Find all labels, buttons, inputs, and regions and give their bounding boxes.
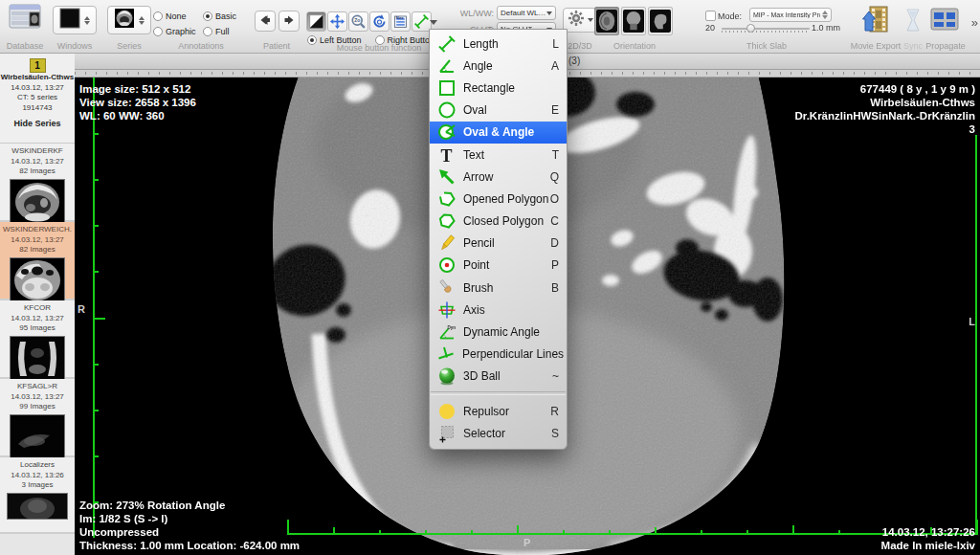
menu-item-dynamic-angle[interactable]: DynDynamic Angle: [430, 321, 567, 343]
menu-item-label: Perpendicular Lines: [462, 347, 564, 361]
menu-item-label: Arrow: [463, 170, 550, 184]
tool-menu-chevron-icon[interactable]: [430, 20, 437, 25]
menu-item-opened-polygon[interactable]: Opened PolygonO: [430, 188, 567, 210]
menu-item-arrow[interactable]: ArrowQ: [430, 166, 567, 188]
menu-item-oval-angle[interactable]: Oval & Angle: [430, 122, 567, 144]
annotations-radio-basic[interactable]: Basic: [203, 9, 245, 23]
menu-item-shortcut: S: [551, 427, 559, 440]
vertical-ruler-tick: [93, 179, 99, 181]
mouse-btn-wlww-tool[interactable]: [306, 11, 326, 32]
movie-export-button[interactable]: [859, 6, 892, 36]
projection-select[interactable]: MIP - Max Intensity Projection: [749, 8, 832, 22]
svg-text:Zo: Zo: [354, 17, 360, 23]
next-patient-button[interactable]: [278, 11, 300, 32]
propagate-button[interactable]: [928, 8, 961, 34]
series-count: 82 Images: [0, 245, 75, 255]
menu-item-shortcut: O: [550, 192, 559, 206]
series-name: KFSAGL>R: [0, 382, 75, 392]
annotations-label: Annotations: [155, 41, 247, 51]
series-thumbnail: [10, 257, 65, 303]
slab-thickness-value: 1.0 mm: [812, 23, 850, 33]
series-dropdown[interactable]: [107, 6, 151, 34]
menu-item-rectangle[interactable]: Rectangle: [430, 77, 567, 99]
toolbar-overflow-button[interactable]: »: [971, 15, 976, 30]
mouse-btn-zoom-tool[interactable]: Zo: [348, 11, 368, 32]
series-list: WSKINDERKF14.03.12, 13:2782 ImagesWSKIND…: [0, 144, 75, 534]
overlay-line: Zoom: 273% Rotation Angle: [79, 499, 300, 512]
vertical-ruler-major-tick: [93, 318, 105, 320]
menu-item-length[interactable]: LengthL: [430, 33, 567, 55]
orientation-coronal-button[interactable]: [621, 7, 646, 35]
horizontal-ruler-tick: [746, 530, 748, 535]
sagittal-view-icon: [650, 9, 671, 33]
menu-item-brush[interactable]: BrushB: [430, 277, 567, 299]
series-item-kfcor[interactable]: KFCOR14.03.12, 13:2795 Images: [0, 300, 75, 379]
horizontal-ruler-tick: [379, 530, 381, 535]
menu-item-closed-polygon[interactable]: Closed PolygonC: [430, 211, 567, 233]
menu-item-perpendicular-lines[interactable]: Perpendicular Lines: [430, 344, 567, 366]
series-item-localizers[interactable]: Localizers14.03.12, 13:263 Images: [0, 457, 75, 534]
study-id: 1914743: [0, 103, 75, 114]
menu-item-text[interactable]: TTextT: [430, 144, 567, 166]
windows-dropdown[interactable]: [53, 6, 97, 34]
series-item-kfsagl-r[interactable]: KFSAGL>R14.03.12, 13:2799 Images: [0, 379, 75, 457]
menu-separator: [431, 391, 566, 395]
windows-label: Windows: [50, 41, 100, 51]
menu-item-pencil[interactable]: PencilD: [430, 233, 567, 255]
horizontal-ruler-tick: [701, 530, 702, 535]
thick-slab-mode-checkbox[interactable]: [705, 11, 716, 21]
series-date: 14.03.12, 13:27: [0, 314, 75, 324]
perpendicular-lines-icon: [436, 344, 456, 365]
hide-series-button[interactable]: Hide Series: [0, 119, 75, 128]
settings-2d3d-button[interactable]: [563, 8, 597, 33]
study-date: 14.03.12, 13:27: [0, 83, 75, 94]
orientation-sagittal-button[interactable]: [648, 7, 673, 35]
orientation-marker-posterior: P: [523, 537, 530, 548]
horizontal-ruler-tick: [563, 530, 565, 535]
menu-item-angle[interactable]: AngleA: [430, 55, 567, 77]
viewer-window: Database Windows Series NoneGraphicBasic…: [0, 0, 980, 555]
vertical-ruler: [93, 78, 95, 538]
menu-item-point[interactable]: PointP: [430, 255, 567, 277]
orientation-marker-right-side: R: [78, 303, 85, 315]
mouse-btn-rotate-tool[interactable]: [369, 11, 390, 32]
angle-icon: [436, 56, 457, 76]
menu-item-axis[interactable]: Axis: [430, 299, 567, 321]
menu-item-repulsor[interactable]: RepulsorR: [430, 400, 567, 422]
wlww-select[interactable]: Default WL & W: [497, 6, 556, 20]
menu-item-label: Opened Polygon: [463, 192, 550, 206]
orientation-axial-button[interactable]: [594, 7, 619, 35]
slab-slices-value: 20: [702, 23, 719, 33]
menu-item-label: Length: [463, 37, 552, 51]
pencil-icon: [436, 233, 457, 254]
viewer-title: (3): [568, 56, 580, 66]
slider-knob[interactable]: [746, 24, 755, 33]
menu-item-3d-ball[interactable]: 3D Ball~: [430, 366, 567, 388]
mouse-function-buttons: ZoNex: [306, 11, 432, 32]
mouse-btn-pan-tool[interactable]: [327, 11, 347, 32]
thick-slab-slider[interactable]: [722, 26, 810, 32]
series-item-wskinderkf[interactable]: WSKINDERKF14.03.12, 13:2782 Images: [0, 144, 75, 222]
menu-item-oval[interactable]: OvalE: [430, 100, 567, 122]
series-count: 99 Images: [0, 402, 75, 412]
overlay-top-left: Image size: 512 x 512View size: 2658 x 1…: [79, 82, 196, 122]
menu-item-selector[interactable]: SelectorS: [430, 422, 567, 444]
annotations-radio-full[interactable]: Full: [203, 24, 245, 38]
radio-icon: [203, 11, 212, 21]
annotations-radio-graphic[interactable]: Graphic: [153, 24, 203, 38]
series-item-wskinderweich[interactable]: WSKINDERWEICH.14.03.12, 13:2782 Images: [0, 222, 75, 300]
annotations-radio-none[interactable]: None: [153, 9, 203, 23]
sync-button[interactable]: [903, 8, 923, 36]
opened-polygon-icon: [436, 189, 457, 209]
radio-label: Full: [215, 27, 230, 36]
database-button[interactable]: [8, 5, 42, 33]
overlay-line: 3: [795, 122, 976, 136]
menu-item-shortcut: A: [551, 59, 559, 73]
menu-item-label: Rectangle: [463, 81, 559, 95]
menu-item-label: Repulsor: [463, 405, 550, 418]
overlay-line: 677449 ( 8 y , 1 y 9 m ): [795, 82, 976, 96]
mouse-btn-next-tool[interactable]: Nex: [390, 11, 411, 32]
thick-slab-label: Thick Slab: [730, 41, 803, 51]
previous-patient-button[interactable]: [255, 11, 276, 32]
series-count: 95 Images: [0, 323, 75, 334]
